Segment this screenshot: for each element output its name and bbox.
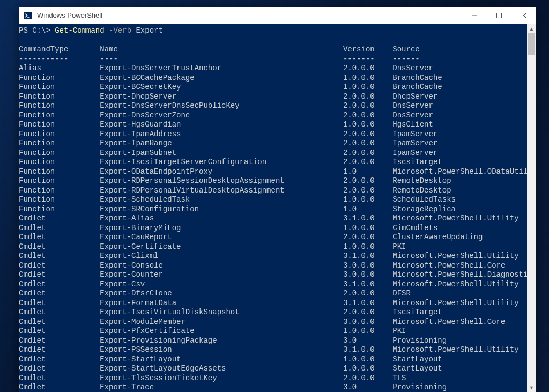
scroll-up-button[interactable]: ▲ — [527, 24, 536, 33]
scroll-down-button[interactable]: ▼ — [527, 383, 536, 392]
titlebar[interactable]: Windows PowerShell — [19, 7, 536, 24]
svg-rect-3 — [497, 13, 502, 18]
powershell-icon — [23, 11, 33, 20]
vertical-scrollbar[interactable]: ▲ ▼ — [527, 24, 536, 392]
svg-rect-0 — [24, 12, 32, 19]
scroll-thumb[interactable] — [528, 33, 535, 55]
window-controls — [462, 7, 536, 24]
close-button[interactable] — [511, 7, 536, 24]
minimize-button[interactable] — [462, 7, 487, 24]
terminal-output[interactable]: PS C:\> Get-Command -Verb Export Command… — [19, 24, 527, 392]
window-title: Windows PowerShell — [37, 11, 462, 19]
maximize-button[interactable] — [487, 7, 511, 24]
powershell-window: Windows PowerShell PS C:\> Get-Command -… — [19, 7, 536, 392]
